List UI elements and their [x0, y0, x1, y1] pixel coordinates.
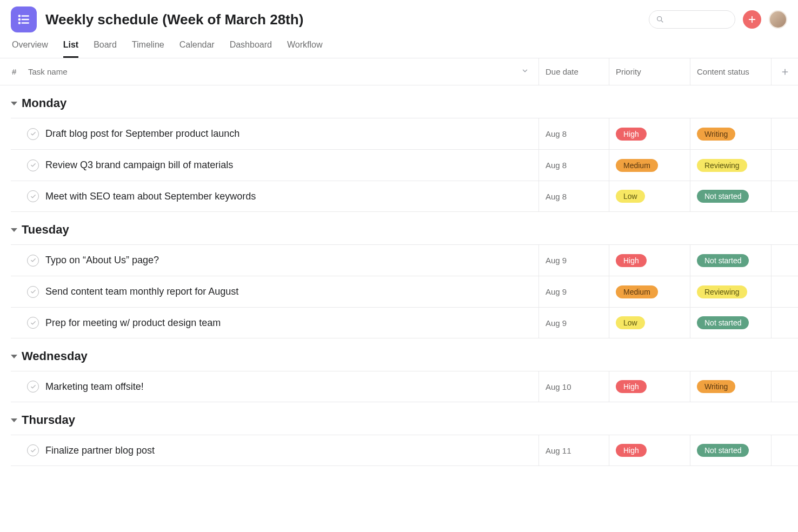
priority-cell[interactable]: High [609, 371, 690, 402]
tab-calendar[interactable]: Calendar [179, 40, 215, 58]
section-header[interactable]: Wednesday [11, 338, 798, 371]
priority-cell[interactable]: Low [609, 181, 690, 211]
priority-cell[interactable]: High [609, 245, 690, 276]
status-pill: Not started [697, 190, 749, 203]
complete-check-icon[interactable] [27, 255, 39, 267]
project-list-icon[interactable] [11, 6, 37, 32]
row-end-cell [771, 118, 798, 149]
task-row[interactable]: Meet with SEO team about September keywo… [11, 181, 798, 212]
tab-dashboard[interactable]: Dashboard [230, 40, 272, 58]
due-date-cell[interactable]: Aug 8 [538, 118, 609, 149]
complete-check-icon[interactable] [27, 381, 39, 393]
search-icon [656, 15, 664, 24]
task-name[interactable]: Typo on “About Us” page? [45, 255, 538, 266]
tab-timeline[interactable]: Timeline [132, 40, 164, 58]
svg-line-7 [661, 21, 663, 22]
section: ThursdayFinalize partner blog postAug 11… [0, 402, 798, 466]
complete-check-icon[interactable] [27, 128, 39, 140]
task-row[interactable]: Typo on “About Us” page?Aug 9HighNot sta… [11, 244, 798, 276]
status-cell[interactable]: Writing [690, 371, 771, 402]
due-date-cell[interactable]: Aug 9 [538, 276, 609, 307]
caret-down-icon [11, 355, 17, 358]
tab-list[interactable]: List [63, 40, 78, 58]
row-end-cell [771, 181, 798, 211]
task-name[interactable]: Finalize partner blog post [45, 445, 538, 456]
status-pill: Reviewing [697, 285, 747, 298]
task-name[interactable]: Review Q3 brand campaign bill of materia… [45, 159, 538, 171]
task-row[interactable]: Draft blog post for September product la… [11, 118, 798, 149]
due-date-cell[interactable]: Aug 9 [538, 245, 609, 276]
column-number: # [12, 67, 28, 76]
priority-pill: Medium [616, 285, 658, 298]
section: WednesdayMarketing team offsite!Aug 10Hi… [0, 338, 798, 402]
due-date-cell[interactable]: Aug 8 [538, 150, 609, 181]
status-pill: Writing [697, 128, 735, 141]
task-name[interactable]: Marketing team offsite! [45, 381, 538, 393]
status-cell[interactable]: Reviewing [690, 276, 771, 307]
task-row[interactable]: Finalize partner blog postAug 11HighNot … [11, 435, 798, 466]
status-cell[interactable]: Not started [690, 308, 771, 338]
chevron-down-icon[interactable] [521, 67, 529, 76]
complete-check-icon[interactable] [27, 317, 39, 329]
row-end-cell [771, 245, 798, 276]
priority-cell[interactable]: Medium [609, 150, 690, 181]
task-name[interactable]: Send content team monthly report for Aug… [45, 286, 538, 297]
section-title: Monday [22, 96, 66, 110]
row-end-cell [771, 435, 798, 466]
status-pill: Reviewing [697, 159, 747, 172]
complete-check-icon[interactable] [27, 159, 39, 171]
section-header[interactable]: Tuesday [11, 212, 798, 244]
svg-point-3 [19, 15, 20, 16]
priority-cell[interactable]: High [609, 118, 690, 149]
status-cell[interactable]: Reviewing [690, 150, 771, 181]
priority-cell[interactable]: High [609, 435, 690, 466]
row-end-cell [771, 308, 798, 338]
tab-board[interactable]: Board [94, 40, 117, 58]
complete-check-icon[interactable] [27, 444, 39, 456]
task-name[interactable]: Prep for meeting w/ product design team [45, 317, 538, 329]
due-date-cell[interactable]: Aug 8 [538, 181, 609, 211]
complete-check-icon[interactable] [27, 286, 39, 298]
section-title: Thursday [22, 413, 75, 427]
svg-point-5 [19, 22, 20, 23]
column-task-name-label: Task name [28, 67, 68, 76]
priority-cell[interactable]: Low [609, 308, 690, 338]
section: MondayDraft blog post for September prod… [0, 85, 798, 212]
priority-cell[interactable]: Medium [609, 276, 690, 307]
task-name[interactable]: Meet with SEO team about September keywo… [45, 191, 538, 202]
caret-down-icon [11, 102, 17, 105]
add-column-button[interactable] [771, 58, 798, 85]
task-row[interactable]: Send content team monthly report for Aug… [11, 276, 798, 307]
column-due-date[interactable]: Due date [538, 58, 609, 85]
project-title[interactable]: Weekly schedule (Week of March 28th) [45, 11, 649, 28]
task-row[interactable]: Review Q3 brand campaign bill of materia… [11, 149, 798, 181]
user-avatar[interactable] [769, 10, 787, 29]
svg-point-6 [657, 17, 662, 21]
header-bar: Weekly schedule (Week of March 28th) [0, 0, 798, 32]
section-header[interactable]: Thursday [11, 402, 798, 435]
status-cell[interactable]: Writing [690, 118, 771, 149]
due-date-cell[interactable]: Aug 11 [538, 435, 609, 466]
priority-pill: Medium [616, 159, 658, 172]
tab-overview[interactable]: Overview [12, 40, 48, 58]
search-input[interactable] [649, 10, 735, 29]
due-date-cell[interactable]: Aug 10 [538, 371, 609, 402]
plus-icon [747, 15, 757, 24]
task-row[interactable]: Marketing team offsite!Aug 10HighWriting [11, 371, 798, 402]
status-cell[interactable]: Not started [690, 181, 771, 211]
column-task-name[interactable]: Task name [28, 67, 538, 76]
task-name[interactable]: Draft blog post for September product la… [45, 128, 538, 139]
due-date-cell[interactable]: Aug 9 [538, 308, 609, 338]
status-pill: Not started [697, 444, 749, 457]
task-row[interactable]: Prep for meeting w/ product design teamA… [11, 307, 798, 338]
caret-down-icon [11, 228, 17, 232]
complete-check-icon[interactable] [27, 190, 39, 202]
column-content-status[interactable]: Content status [690, 58, 771, 85]
status-cell[interactable]: Not started [690, 245, 771, 276]
status-cell[interactable]: Not started [690, 435, 771, 466]
tab-workflow[interactable]: Workflow [287, 40, 323, 58]
section-header[interactable]: Monday [11, 85, 798, 118]
column-priority[interactable]: Priority [609, 58, 690, 85]
priority-pill: High [616, 444, 647, 457]
add-button[interactable] [743, 10, 761, 29]
